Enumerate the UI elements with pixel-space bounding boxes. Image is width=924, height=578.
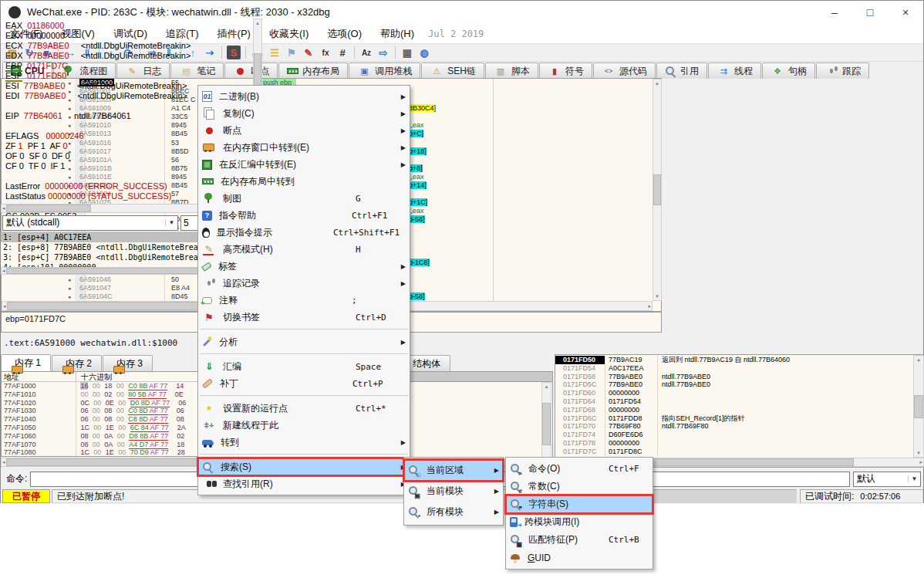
stack-panel[interactable]: 0171FD5077B9AC19返回到 ntdll.77B9AC19 自 ntd… (555, 354, 924, 468)
tab-内存 3[interactable]: 内存 3 (103, 355, 153, 371)
menu-item-command[interactable]: >命令(O)Ctrl+F (506, 460, 653, 478)
scroll-down-arrow[interactable]: ▾ (916, 449, 921, 457)
menu-item-current-module[interactable]: ▣当前模块▶ (404, 481, 503, 502)
menu-item-pattern[interactable]: ▦匹配特征(P)Ctrl+B (506, 531, 653, 549)
menu-item-label[interactable]: 标签▶ (198, 258, 410, 275)
menu-item-follow-in-dump[interactable]: 在内存窗口中转到(E)▶ (198, 139, 410, 156)
menubar-item[interactable]: 帮助(H) (371, 24, 423, 44)
stack-row[interactable]: 0171FD5077B9AC19返回到 ntdll.77B9AC19 自 ntd… (555, 356, 913, 364)
stack-row[interactable]: 0171FD7800000000 (555, 439, 913, 448)
scroll-up-arrow[interactable]: ▴ (545, 383, 549, 390)
stack-row[interactable]: 0171FD6000000000 (555, 389, 913, 397)
stack-row[interactable]: 0171FD5C77B9ABE0ntdll.77B9ABE0 (555, 380, 913, 389)
stack-row[interactable]: 0171FD7C0171FD8C (555, 448, 913, 456)
menu-item-show-mnemonic-brief[interactable]: 显示指令提示Ctrl+Shift+F1 (198, 224, 410, 241)
tab-句柄[interactable]: ❖句柄 (762, 63, 815, 79)
menu-item-all-modules[interactable]: *所有模块▶ (404, 502, 503, 522)
menu-item-follow-in-disassembler[interactable]: 在反汇编中转到(E)▶ (198, 156, 410, 173)
menu-item-shortcut: G (356, 194, 399, 204)
menu-item-goto[interactable]: 转到▶ (198, 434, 410, 451)
menu-item-highlighting-mode[interactable]: 高亮模式(H)H (198, 241, 410, 258)
az-icon[interactable]: Az (358, 46, 375, 60)
calling-convention-select[interactable]: 默认 (stdcall) ▼ (2, 215, 178, 231)
modules-icon[interactable]: ⇨ (375, 46, 392, 60)
tab-内存 1[interactable]: 内存 1 (1, 354, 51, 371)
menu-item-string-references[interactable]: ❞字符串(S) (506, 495, 653, 513)
register-line[interactable]: ESP 0171FD50 (5, 71, 249, 81)
menu-item-current-region[interactable]: □当前区域▶ (404, 460, 503, 481)
menu-item-graph[interactable]: 制图G (198, 190, 410, 207)
hex-column-header[interactable]: 十六进制 (76, 372, 112, 381)
close-button[interactable]: × (888, 1, 923, 24)
stack-row[interactable]: 0171FD6C0171FDD8指向SEH_Record[1]的指针 (555, 414, 913, 423)
menu-item-trace-record[interactable]: 追踪记录▶ (198, 275, 410, 292)
menu-item-search[interactable]: 搜索(S)▶ (198, 458, 410, 475)
intermodular-calls-icon (510, 517, 518, 527)
tab-脚本[interactable]: ▥脚本 (485, 63, 538, 79)
menu-item-intermodular-calls[interactable]: 跨模块调用(I) (506, 513, 653, 531)
menu-item-create-thread-here[interactable]: 新建线程于此 (198, 417, 410, 434)
locals-vscrollbar[interactable]: ▴▾ (541, 382, 551, 465)
breakpoint-dot-icon[interactable]: ● (2, 275, 75, 284)
favorites-icon[interactable]: ☰ (266, 46, 283, 60)
stack-row[interactable]: 0171FD54A0C17EEA (555, 364, 913, 373)
minimize-button[interactable]: – (817, 1, 852, 24)
maximize-button[interactable]: □ (852, 1, 888, 24)
menu-item-set-new-origin[interactable]: 设置新的运行点Ctrl+* (198, 400, 410, 417)
scroll-up-arrow[interactable]: ▴ (916, 356, 921, 363)
tab-符号[interactable]: ▮符号 (539, 63, 592, 79)
breakpoint-dot-icon[interactable]: ● (2, 292, 75, 301)
breakpoint-dot-icon[interactable]: ● (2, 284, 75, 292)
stack-row[interactable]: 0171FD6800000000 (555, 406, 913, 414)
memory-address: 77AF1010 (2, 390, 76, 399)
menu-item-follow-in-memory-map[interactable]: 在内存布局中转到 (198, 173, 410, 190)
menu-item-instruction-help[interactable]: 指令帮助Ctrl+F1 (198, 207, 410, 224)
scroll-right-arrow[interactable]: ▸ (647, 303, 652, 310)
stack-rows[interactable]: 0171FD5077B9AC19返回到 ntdll.77B9AC19 自 ntd… (555, 355, 913, 458)
register-line[interactable]: EAX 01186000 (5, 21, 249, 31)
tab-源代码[interactable]: <>源代码 (593, 63, 656, 79)
menu-item-toggle-bookmark[interactable]: 切换书签Ctrl+D (198, 309, 410, 326)
menu-separator (200, 353, 408, 354)
hash-icon[interactable]: # (334, 46, 351, 60)
scroll-down-arrow[interactable]: ▾ (655, 292, 659, 300)
menu-item-patch[interactable]: 补丁Ctrl+P (198, 375, 410, 392)
scroll-up-arrow[interactable]: ▴ (255, 19, 260, 27)
tab-内存布局[interactable]: 内存布局 (278, 63, 348, 79)
tab-SEH链[interactable]: ⚠SEH链 (421, 63, 484, 79)
world-icon[interactable]: ◍ (416, 46, 433, 60)
menu-item-find-references[interactable]: 查找引用(R)▶ (198, 475, 410, 492)
menu-item-binary[interactable]: 01二进制(B)▶ (198, 88, 410, 105)
tab-跟踪[interactable]: 跟踪 (816, 63, 869, 79)
menu-item-constant[interactable]: #常数(C) (506, 478, 653, 495)
tab-线程[interactable]: ⇉线程 (708, 63, 761, 79)
menu-item-guid[interactable]: GUID (506, 549, 653, 566)
calculator-icon[interactable]: ▦ (399, 46, 416, 60)
stack-row[interactable]: 0171FD5877B9ABE0ntdll.77B9ABE0 (555, 373, 913, 381)
tab-引用[interactable]: 引用 (656, 63, 707, 79)
scroll-right-arrow[interactable]: ▸ (919, 458, 923, 466)
register-line[interactable]: ECX 77B9ABE0 <ntdll.DbgUiRemoteBreakin> (5, 41, 249, 51)
menubar-item[interactable]: 收藏夹(I) (260, 24, 318, 44)
stack-row[interactable]: 0171FD640171FD54 (555, 397, 913, 406)
disassembly-vscrollbar[interactable]: ▴▾ (653, 79, 662, 301)
command-mode-select[interactable]: 默认 ▼ (853, 472, 921, 487)
stack-row[interactable]: 0171FD74D60FE6D6 (555, 431, 913, 439)
menu-item-breakpoint[interactable]: 断点▶ (198, 122, 410, 139)
register-line[interactable]: EDX 77B9ABE0 <ntdll.DbgUiRemoteBreakin> (5, 51, 249, 61)
register-line[interactable]: EBX 00000000 (5, 31, 249, 41)
fx-icon[interactable]: fx (317, 46, 334, 60)
tab-内存 2[interactable]: 内存 2 (52, 355, 102, 371)
register-line[interactable]: EBP 0171FD7C (5, 61, 249, 71)
menu-item-comment[interactable]: 注释; (198, 292, 410, 309)
menu-item-copy[interactable]: 复制(C)▶ (198, 105, 410, 122)
stack-vscrollbar[interactable]: ▴▾ (913, 355, 924, 458)
menu-item-assemble[interactable]: 汇编Space (198, 358, 410, 375)
menu-item-analysis[interactable]: 分析▶ (198, 333, 410, 350)
menubar-item[interactable]: 选项(O) (318, 24, 371, 44)
stack-row[interactable]: 0171FD7077B69F80ntdll.77B69F80 (555, 422, 913, 431)
label-icon[interactable]: ⚑ (283, 46, 300, 60)
tab-调用堆栈[interactable]: ▣调用堆栈 (349, 63, 420, 79)
highlight-icon[interactable]: ✎ (300, 46, 317, 60)
scroll-up-arrow[interactable]: ▴ (655, 79, 659, 87)
